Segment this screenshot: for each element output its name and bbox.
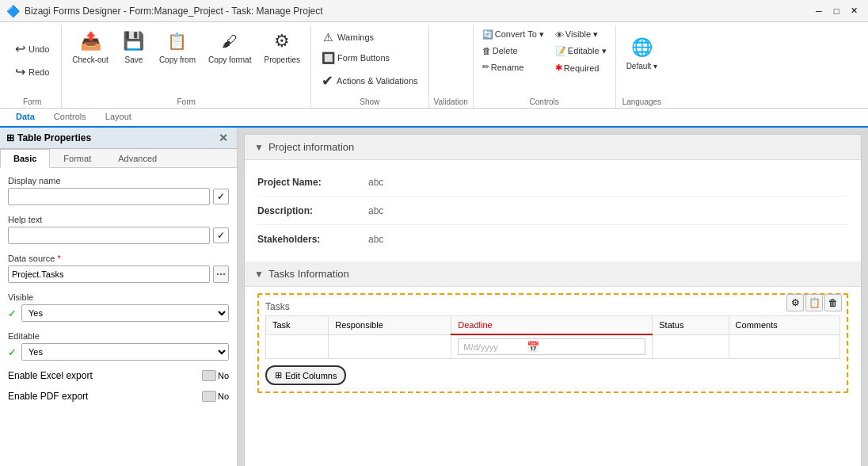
- delete-icon: 🗑: [482, 46, 491, 55]
- tasks-section-toggle[interactable]: ▼: [254, 269, 264, 280]
- project-name-row: Project Name: abc: [257, 168, 848, 197]
- form-canvas: ▼ Project information Project Name: abc …: [244, 134, 862, 466]
- tasks-section-title: Tasks Information: [268, 268, 349, 280]
- minimize-button[interactable]: ─: [811, 4, 827, 18]
- copy-from-icon: 📋: [165, 29, 190, 54]
- data-source-input-row: ⋯: [8, 265, 229, 283]
- help-text-checkbox[interactable]: ✓: [213, 227, 229, 243]
- ribbon: ↩ Undo ↪ Redo Form 📤 Check-out 💾 Save 📋 …: [0, 22, 868, 109]
- properties-icon: ⚙: [269, 29, 295, 54]
- ribbon-group-validation-label: Validation: [434, 95, 468, 108]
- ribbon-group-undoredo: ↩ Undo ↪ Redo Form: [3, 25, 62, 108]
- tab-layout[interactable]: Layout: [96, 109, 141, 128]
- data-source-field-group: Data source * ⋯: [8, 254, 229, 283]
- ribbon-group-form-label1: Form: [23, 95, 41, 108]
- display-name-checkbox[interactable]: ✓: [213, 189, 229, 204]
- tab-data[interactable]: Data: [6, 109, 44, 128]
- save-button[interactable]: 💾 Save: [116, 25, 152, 67]
- close-button[interactable]: ✕: [846, 4, 862, 18]
- right-canvas: ▼ Project information Project Name: abc …: [238, 128, 868, 466]
- calendar-icon[interactable]: 📅: [527, 341, 539, 353]
- data-source-label: Data source *: [8, 254, 229, 263]
- display-name-label: Display name: [8, 176, 229, 185]
- stakeholders-row: Stakeholders: abc: [257, 225, 848, 254]
- warnings-button[interactable]: ⚠ Warnings: [316, 29, 379, 46]
- copy-from-button[interactable]: 📋 Copy from: [154, 25, 201, 67]
- excel-export-field-group: Enable Excel export No: [8, 370, 229, 381]
- rename-button[interactable]: ✏ Rename: [478, 59, 548, 74]
- editable-input-row: ✓ Yes No: [8, 343, 229, 361]
- project-section-toggle[interactable]: ▼: [254, 142, 264, 153]
- data-source-input[interactable]: [8, 265, 210, 283]
- excel-export-toggle[interactable]: [202, 370, 216, 381]
- editable-icon: 📝: [555, 46, 566, 56]
- panel-tab-advanced[interactable]: Advanced: [105, 149, 170, 167]
- pdf-export-toggle[interactable]: [202, 391, 216, 402]
- editable-select[interactable]: Yes No: [21, 343, 229, 361]
- ribbon-group-controls-label: Controls: [530, 95, 559, 108]
- convert-to-button[interactable]: 🔄 Convert To ▾: [478, 27, 548, 42]
- default-language-button[interactable]: 🌐 Default ▾: [621, 32, 663, 74]
- window-controls: ─ □ ✕: [811, 4, 862, 18]
- cell-deadline: 📅: [451, 334, 653, 359]
- col-responsible: Responsible: [329, 316, 451, 335]
- left-panel: ⊞ Table Properties ✕ Basic Format Advanc…: [0, 128, 238, 466]
- maximize-button[interactable]: □: [828, 4, 844, 18]
- properties-button[interactable]: ⚙ Properties: [258, 25, 306, 67]
- col-status: Status: [653, 316, 729, 335]
- table-delete-button[interactable]: 🗑: [824, 294, 842, 311]
- date-input[interactable]: [463, 342, 527, 352]
- col-task: Task: [266, 316, 329, 335]
- editable-button[interactable]: 📝 Editable ▾: [551, 44, 611, 59]
- required-icon: ✱: [555, 63, 562, 73]
- table-settings-button[interactable]: ⚙: [786, 294, 804, 311]
- title-bar: 🔷 Bizagi Forms Designer - Form:Manage_Pr…: [0, 0, 868, 22]
- ribbon-group-languages: 🌐 Default ▾ Languages: [616, 25, 668, 108]
- actions-validations-button[interactable]: ✔ Actions & Validations: [316, 70, 424, 92]
- warnings-icon: ⚠: [322, 31, 334, 44]
- project-name-value: abc: [368, 177, 383, 188]
- pdf-export-field-group: Enable PDF export No: [8, 391, 229, 402]
- copy-format-icon: 🖌: [217, 29, 242, 54]
- table-copy-button[interactable]: 📋: [805, 294, 823, 311]
- form-buttons-button[interactable]: 🔲 Form Buttons: [316, 49, 395, 67]
- ribbon-group-form-label2: Form: [177, 95, 196, 108]
- redo-button[interactable]: ↪ Redo: [8, 62, 56, 82]
- col-deadline: Deadline: [451, 316, 653, 335]
- tab-controls[interactable]: Controls: [44, 109, 96, 128]
- cell-responsible: [329, 334, 451, 359]
- edit-columns-button[interactable]: ⊞ Edit Columns: [265, 365, 346, 385]
- visible-button[interactable]: 👁 Visible ▾: [551, 27, 611, 42]
- visible-field-group: Visible ✓ Yes No: [8, 292, 229, 322]
- undo-button[interactable]: ↩ Undo: [8, 39, 56, 59]
- excel-export-row: Enable Excel export No: [8, 370, 229, 381]
- stakeholders-label: Stakeholders:: [257, 234, 368, 245]
- undo-label: Undo: [29, 44, 49, 54]
- editable-check-icon: ✓: [8, 346, 17, 358]
- panel-title: Table Properties: [17, 132, 91, 143]
- copy-format-button[interactable]: 🖌 Copy format: [203, 25, 257, 67]
- delete-button[interactable]: 🗑 Delete: [478, 44, 548, 58]
- panel-close-button[interactable]: ✕: [216, 131, 230, 145]
- ribbon-group-form: 📤 Check-out 💾 Save 📋 Copy from 🖌 Copy fo…: [62, 25, 311, 108]
- ribbon-group-controls: 🔄 Convert To ▾ 🗑 Delete ✏ Rename 👁 Visib…: [474, 25, 616, 108]
- display-name-input[interactable]: [8, 188, 210, 205]
- pdf-export-value: No: [218, 392, 229, 401]
- pdf-export-row: Enable PDF export No: [8, 391, 229, 402]
- app-title: Bizagi Forms Designer - Form:Manage_Proj…: [25, 6, 323, 17]
- data-source-browse-button[interactable]: ⋯: [213, 265, 229, 283]
- visible-select[interactable]: Yes No: [21, 304, 229, 322]
- panel-tab-basic[interactable]: Basic: [0, 149, 50, 168]
- ribbon-group-languages-label: Languages: [622, 95, 662, 108]
- visible-check-icon: ✓: [8, 307, 17, 319]
- panel-tab-format[interactable]: Format: [50, 149, 105, 167]
- checkout-label: Check-out: [72, 55, 108, 64]
- help-text-input[interactable]: [8, 227, 210, 244]
- panel-header-left: ⊞ Table Properties: [6, 132, 91, 143]
- checkout-button[interactable]: 📤 Check-out: [67, 25, 114, 67]
- ribbon-group-show: ⚠ Warnings 🔲 Form Buttons ✔ Actions & Va…: [311, 25, 429, 108]
- required-star: *: [57, 254, 60, 263]
- main-tab-strip: Data Controls Layout: [0, 109, 868, 128]
- required-button[interactable]: ✱ Required: [551, 60, 611, 75]
- tasks-information-section-header: ▼ Tasks Information: [245, 262, 861, 287]
